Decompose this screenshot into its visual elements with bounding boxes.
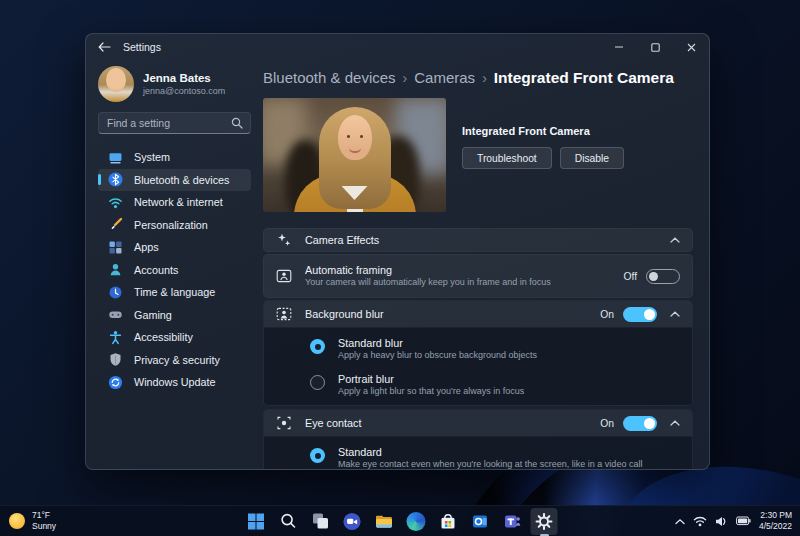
sidebar-item-network-internet[interactable]: Network & internet <box>98 191 251 214</box>
store-icon[interactable] <box>435 508 462 535</box>
sidebar-nav: System Bluetooth & devices Network & int… <box>98 146 251 394</box>
personalization-icon <box>108 217 123 232</box>
windows-update-icon <box>108 375 123 390</box>
sun-icon <box>9 513 25 529</box>
sidebar-item-gaming[interactable]: Gaming <box>98 304 251 327</box>
automatic-framing-icon <box>276 268 292 284</box>
portrait-blur-radio[interactable] <box>310 375 325 390</box>
camera-effects-header[interactable]: Camera Effects <box>263 228 693 252</box>
clock[interactable]: 2:30 PM 4/5/2022 <box>759 510 792 532</box>
sidebar-item-bluetooth-devices[interactable]: Bluetooth & devices <box>98 169 251 192</box>
eye-contact-standard-radio[interactable] <box>310 448 325 463</box>
standard-blur-option[interactable]: Standard blur Apply a heavy blur to obsc… <box>264 328 692 370</box>
background-blur-header[interactable]: Background blur On <box>264 301 692 328</box>
accessibility-icon <box>108 330 123 345</box>
search-box[interactable] <box>98 112 251 134</box>
weather-condition: Sunny <box>32 521 56 532</box>
network-icon <box>108 195 123 210</box>
sidebar-item-apps[interactable]: Apps <box>98 236 251 259</box>
outlook-icon[interactable] <box>467 508 494 535</box>
sidebar-item-privacy-security[interactable]: Privacy & security <box>98 349 251 372</box>
chevron-up-icon[interactable] <box>670 311 680 317</box>
background-blur-label: Background blur <box>305 308 384 320</box>
gaming-icon <box>108 307 123 322</box>
window-title: Settings <box>123 41 161 53</box>
back-button[interactable] <box>98 42 111 52</box>
background-blur-state: On <box>600 309 614 320</box>
automatic-framing-row: Automatic framing Your camera will autom… <box>263 254 693 298</box>
eye-contact-standard-option[interactable]: Standard Make eye contact even when you'… <box>264 437 692 470</box>
selected-indicator <box>98 174 101 185</box>
automatic-framing-description: Your camera will automatically keep you … <box>305 277 551 289</box>
camera-preview <box>263 98 446 212</box>
chevron-up-icon[interactable] <box>670 420 680 426</box>
weather-widget[interactable]: 71°F Sunny <box>9 506 56 536</box>
tray-chevron-up-icon[interactable] <box>675 518 685 525</box>
tray-time: 2:30 PM <box>759 510 792 521</box>
user-email: jenna@contoso.com <box>143 86 225 97</box>
teams-icon[interactable] <box>499 508 526 535</box>
chevron-up-icon[interactable] <box>670 237 680 243</box>
background-blur-toggle[interactable] <box>623 307 657 322</box>
tray-date: 4/5/2022 <box>759 521 792 532</box>
breadcrumb-bluetooth-devices[interactable]: Bluetooth & devices <box>263 69 396 86</box>
desktop: Settings Jenna Bates jenna@contoso.com <box>0 0 800 536</box>
search-icon[interactable] <box>275 508 302 535</box>
sidebar-item-windows-update[interactable]: Windows Update <box>98 371 251 394</box>
eye-contact-state: On <box>600 418 614 429</box>
close-button[interactable] <box>673 34 709 60</box>
accounts-icon <box>108 262 123 277</box>
troubleshoot-button[interactable]: Troubleshoot <box>462 147 552 169</box>
minimize-button[interactable] <box>601 34 637 60</box>
edge-icon[interactable] <box>403 508 430 535</box>
task-view-icon[interactable] <box>307 508 334 535</box>
taskbar: 71°F Sunny <box>0 505 800 536</box>
bluetooth-icon <box>108 172 123 187</box>
eye-contact-toggle[interactable] <box>623 416 657 431</box>
eye-contact-icon <box>276 415 292 431</box>
sidebar-item-personalization[interactable]: Personalization <box>98 214 251 237</box>
portrait-blur-option[interactable]: Portrait blur Apply a light blur so that… <box>264 370 692 406</box>
privacy-security-icon <box>108 352 123 367</box>
breadcrumb: Bluetooth & devices›Cameras›Integrated F… <box>263 69 691 87</box>
start-icon[interactable] <box>243 508 270 535</box>
automatic-framing-state: Off <box>623 271 637 282</box>
eye-contact-group: Eye contact On Standard <box>263 409 693 470</box>
page-title: Integrated Front Camera <box>494 69 674 86</box>
chat-icon[interactable] <box>339 508 366 535</box>
sidebar-item-system[interactable]: System <box>98 146 251 169</box>
search-input[interactable] <box>99 117 231 129</box>
eye-contact-header[interactable]: Eye contact On <box>264 410 692 437</box>
background-blur-group: Background blur On Standard blur <box>263 300 693 406</box>
search-icon <box>231 117 243 129</box>
weather-temperature: 71°F <box>32 510 56 521</box>
sidebar-item-time-language[interactable]: Time & language <box>98 281 251 304</box>
taskbar-apps <box>243 506 558 536</box>
eye-contact-label: Eye contact <box>305 417 361 429</box>
disable-button[interactable]: Disable <box>560 147 624 169</box>
file-explorer-icon[interactable] <box>371 508 398 535</box>
standard-blur-radio[interactable] <box>310 339 325 354</box>
wifi-icon[interactable] <box>693 516 707 527</box>
titlebar: Settings <box>86 34 709 60</box>
device-name: Integrated Front Camera <box>462 125 624 137</box>
user-account[interactable]: Jenna Bates jenna@contoso.com <box>98 66 251 102</box>
sidebar-item-accessibility[interactable]: Accessibility <box>98 326 251 349</box>
background-blur-icon <box>276 306 292 322</box>
apps-icon <box>108 240 123 255</box>
system-tray: 2:30 PM 4/5/2022 <box>675 506 792 536</box>
breadcrumb-cameras[interactable]: Cameras <box>414 69 475 86</box>
time-language-icon <box>108 285 123 300</box>
maximize-button[interactable] <box>637 34 673 60</box>
automatic-framing-label: Automatic framing <box>305 263 551 277</box>
camera-effects-icon <box>276 232 292 248</box>
settings-icon[interactable] <box>531 508 558 535</box>
automatic-framing-toggle[interactable] <box>646 269 680 284</box>
settings-window: Settings Jenna Bates jenna@contoso.com <box>85 33 710 470</box>
sidebar: Jenna Bates jenna@contoso.com System <box>86 60 263 469</box>
speaker-icon[interactable] <box>715 516 728 527</box>
avatar <box>98 66 134 102</box>
battery-icon[interactable] <box>736 516 751 526</box>
window-controls <box>601 34 709 60</box>
sidebar-item-accounts[interactable]: Accounts <box>98 259 251 282</box>
